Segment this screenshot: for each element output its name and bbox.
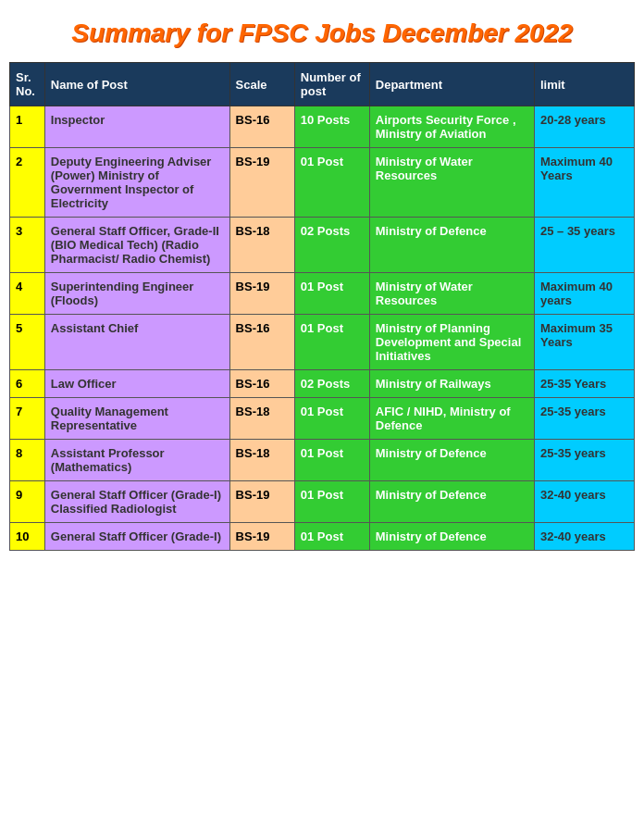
cell-department: Ministry of Defence bbox=[369, 481, 534, 523]
cell-limit: 25 – 35 years bbox=[534, 218, 634, 273]
cell-number: 02 Posts bbox=[294, 218, 369, 273]
cell-post: General Staff Officer, Grade-II (BIO Med… bbox=[44, 218, 229, 273]
cell-number: 01 Post bbox=[294, 273, 369, 315]
cell-number: 02 Posts bbox=[294, 370, 369, 398]
cell-limit: 25-35 years bbox=[534, 398, 634, 440]
cell-limit: 25-35 Years bbox=[534, 370, 634, 398]
cell-limit: 25-35 years bbox=[534, 440, 634, 481]
cell-limit: Maximum 40 Years bbox=[534, 148, 634, 218]
page-title: Summary for FPSC Jobs December 2022 bbox=[9, 9, 635, 62]
table-row: 8Assistant Professor (Mathematics)BS-180… bbox=[10, 440, 635, 481]
header-scale: Scale bbox=[229, 63, 294, 106]
cell-department: Airports Security Force , Ministry of Av… bbox=[369, 106, 534, 148]
table-row: 4Superintending Engineer (Floods)BS-1901… bbox=[10, 273, 635, 315]
cell-sr: 1 bbox=[10, 106, 45, 148]
cell-sr: 9 bbox=[10, 481, 45, 523]
table-row: 7Quality Management RepresentativeBS-180… bbox=[10, 398, 635, 440]
cell-scale: BS-16 bbox=[229, 106, 294, 148]
cell-limit: 32-40 years bbox=[534, 481, 634, 523]
cell-department: Ministry of Defence bbox=[369, 440, 534, 481]
cell-department: Ministry of Defence bbox=[369, 523, 534, 551]
table-row: 10General Staff Officer (Grade-I)BS-1901… bbox=[10, 523, 635, 551]
cell-scale: BS-19 bbox=[229, 481, 294, 523]
cell-post: General Staff Officer (Grade-I) bbox=[44, 523, 229, 551]
cell-limit: Maximum 35 Years bbox=[534, 315, 634, 370]
cell-limit: Maximum 40 years bbox=[534, 273, 634, 315]
cell-scale: BS-18 bbox=[229, 440, 294, 481]
cell-sr: 10 bbox=[10, 523, 45, 551]
cell-scale: BS-19 bbox=[229, 273, 294, 315]
cell-post: Deputy Engineering Adviser (Power) Minis… bbox=[44, 148, 229, 218]
header-sr: Sr. No. bbox=[10, 63, 45, 106]
cell-number: 01 Post bbox=[294, 481, 369, 523]
cell-sr: 4 bbox=[10, 273, 45, 315]
header-department: Department bbox=[369, 63, 534, 106]
cell-number: 01 Post bbox=[294, 148, 369, 218]
cell-number: 01 Post bbox=[294, 440, 369, 481]
cell-limit: 20-28 years bbox=[534, 106, 634, 148]
cell-post: Assistant Chief bbox=[44, 315, 229, 370]
cell-department: Ministry of Planning Development and Spe… bbox=[369, 315, 534, 370]
cell-department: AFIC / NIHD, Ministry of Defence bbox=[369, 398, 534, 440]
cell-post: Quality Management Representative bbox=[44, 398, 229, 440]
table-row: 6Law OfficerBS-1602 PostsMinistry of Rai… bbox=[10, 370, 635, 398]
cell-scale: BS-16 bbox=[229, 315, 294, 370]
cell-post: Law Officer bbox=[44, 370, 229, 398]
cell-post: General Staff Officer (Grade-I) Classifi… bbox=[44, 481, 229, 523]
cell-sr: 7 bbox=[10, 398, 45, 440]
cell-number: 01 Post bbox=[294, 398, 369, 440]
table-row: 9General Staff Officer (Grade-I) Classif… bbox=[10, 481, 635, 523]
table-body: 1InspectorBS-1610 PostsAirports Security… bbox=[10, 106, 635, 551]
header-limit: limit bbox=[534, 63, 634, 106]
table-row: 3General Staff Officer, Grade-II (BIO Me… bbox=[10, 218, 635, 273]
cell-scale: BS-19 bbox=[229, 148, 294, 218]
cell-number: 01 Post bbox=[294, 315, 369, 370]
cell-post: Assistant Professor (Mathematics) bbox=[44, 440, 229, 481]
cell-sr: 5 bbox=[10, 315, 45, 370]
cell-department: Ministry of Water Resources bbox=[369, 148, 534, 218]
cell-post: Inspector bbox=[44, 106, 229, 148]
table-header: Sr. No. Name of Post Scale Number of pos… bbox=[10, 63, 635, 106]
cell-post: Superintending Engineer (Floods) bbox=[44, 273, 229, 315]
cell-number: 10 Posts bbox=[294, 106, 369, 148]
cell-scale: BS-18 bbox=[229, 218, 294, 273]
table-row: 1InspectorBS-1610 PostsAirports Security… bbox=[10, 106, 635, 148]
cell-scale: BS-18 bbox=[229, 398, 294, 440]
cell-department: Ministry of Railways bbox=[369, 370, 534, 398]
table-row: 5Assistant ChiefBS-1601 PostMinistry of … bbox=[10, 315, 635, 370]
jobs-table: Sr. No. Name of Post Scale Number of pos… bbox=[9, 62, 635, 551]
cell-limit: 32-40 years bbox=[534, 523, 634, 551]
header-number: Number of post bbox=[294, 63, 369, 106]
cell-sr: 3 bbox=[10, 218, 45, 273]
cell-sr: 6 bbox=[10, 370, 45, 398]
cell-number: 01 Post bbox=[294, 523, 369, 551]
cell-sr: 2 bbox=[10, 148, 45, 218]
cell-department: Ministry of Defence bbox=[369, 218, 534, 273]
table-row: 2Deputy Engineering Adviser (Power) Mini… bbox=[10, 148, 635, 218]
cell-department: Ministry of Water Resources bbox=[369, 273, 534, 315]
cell-sr: 8 bbox=[10, 440, 45, 481]
cell-scale: BS-16 bbox=[229, 370, 294, 398]
header-post: Name of Post bbox=[44, 63, 229, 106]
cell-scale: BS-19 bbox=[229, 523, 294, 551]
